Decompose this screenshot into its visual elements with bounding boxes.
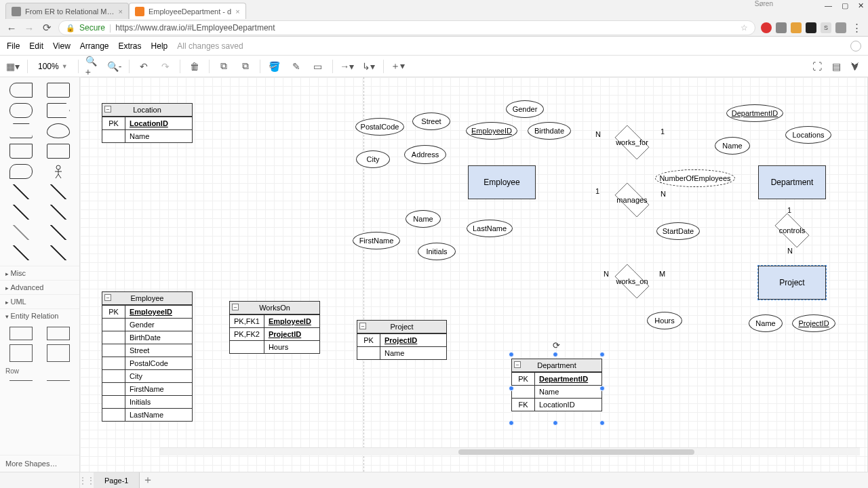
waypoint-icon[interactable]: ↳▾ [361, 59, 376, 74]
profile-icon[interactable]: S [821, 22, 831, 33]
to-back-icon[interactable]: ⧉ [238, 59, 253, 74]
table-row[interactable]: Name [102, 130, 193, 143]
page-tab[interactable]: Page-1 [94, 472, 140, 488]
table-row[interactable]: PKProjectID [357, 334, 447, 347]
attr-employeeid[interactable]: EmployeeID [466, 122, 517, 140]
table-row[interactable]: PK,FK2ProjectID [230, 328, 320, 341]
horizontal-scrollbar[interactable] [160, 447, 860, 455]
table-row[interactable]: FirstName [102, 383, 193, 396]
attr-name-proj[interactable]: Name [749, 314, 783, 332]
zoom-out-icon[interactable]: 🔍- [107, 59, 122, 74]
entity-project[interactable]: Project [758, 266, 826, 300]
attr-num-employees[interactable]: NumberOfEmployees [655, 169, 735, 187]
palette-actor[interactable] [47, 164, 70, 179]
table-project[interactable]: –Project PKProjectIDName [357, 320, 447, 360]
canvas[interactable]: –Location PKLocationIDName –Employee PKE… [80, 77, 868, 472]
star-icon[interactable]: ☆ [741, 23, 748, 33]
palette-line[interactable] [9, 245, 33, 260]
forward-button[interactable]: → [23, 22, 35, 34]
menu-arrange[interactable]: Arrange [80, 41, 109, 51]
section-advanced[interactable]: Advanced [0, 280, 79, 294]
attr-name-dept[interactable]: Name [715, 137, 750, 155]
attr-departmentid[interactable]: DepartmentID [726, 104, 783, 122]
close-tab-icon[interactable]: × [118, 7, 122, 16]
shadow-icon[interactable]: ▭ [311, 59, 326, 74]
language-icon[interactable] [850, 41, 861, 52]
resize-handle[interactable] [509, 420, 514, 426]
attr-address[interactable]: Address [404, 145, 446, 164]
table-row[interactable]: City [102, 370, 193, 383]
scrollbar-thumb[interactable] [458, 449, 694, 455]
rel-works-for[interactable]: works_for [610, 130, 654, 155]
section-uml[interactable]: UML [0, 294, 79, 308]
palette-curve[interactable] [9, 184, 33, 199]
fullscreen-icon[interactable]: ⛶ [810, 59, 825, 74]
to-front-icon[interactable]: ⧉ [216, 59, 231, 74]
attr-hours[interactable]: Hours [647, 312, 682, 329]
menu-file[interactable]: File [7, 41, 20, 51]
table-row[interactable]: Name [357, 347, 447, 360]
insert-icon[interactable]: ＋▾ [391, 59, 406, 74]
table-row[interactable]: PKDepartmentID [512, 373, 602, 386]
er-row-shape[interactable] [47, 380, 70, 383]
entity-employee[interactable]: Employee [468, 165, 536, 199]
resize-handle[interactable] [599, 386, 605, 391]
menu-help[interactable]: Help [151, 41, 168, 51]
er-table-shape[interactable] [47, 344, 70, 362]
palette-line[interactable] [47, 245, 70, 260]
table-row[interactable]: PKLocationID [102, 117, 193, 130]
attr-gender[interactable]: Gender [506, 100, 544, 118]
collapse-icon[interactable]: – [104, 294, 111, 301]
resize-handle[interactable] [553, 352, 558, 357]
palette-shape[interactable] [9, 144, 33, 159]
browser-tab-0[interactable]: From ER to Relational M… × [5, 3, 129, 19]
section-er[interactable]: Entity Relation [0, 308, 79, 323]
collapse-icon[interactable]: – [359, 323, 366, 329]
ext-icon[interactable] [806, 22, 816, 33]
stroke-icon[interactable]: ✎ [289, 59, 304, 74]
view-dropdown[interactable]: ▦▾ [5, 59, 20, 74]
abp-icon[interactable] [761, 22, 772, 33]
palette-arrow[interactable] [9, 205, 33, 220]
rel-controls[interactable]: controls [770, 218, 814, 243]
palette-shape[interactable] [9, 103, 33, 118]
rotate-handle[interactable]: ⟳ [553, 340, 560, 350]
attr-street[interactable]: Street [412, 113, 450, 130]
palette-shape[interactable] [9, 123, 33, 138]
fill-icon[interactable]: 🪣 [267, 59, 282, 74]
browser-tab-1[interactable]: EmployeeDepartment - d × [129, 3, 246, 19]
page-tab-drag-icon[interactable]: ⋮⋮ [80, 476, 94, 485]
ext-icon[interactable] [776, 22, 787, 33]
redo-icon[interactable]: ↷ [158, 59, 173, 74]
table-workson[interactable]: –WorksOn PK,FK1EmployeeIDPK,FK2ProjectID… [229, 301, 320, 354]
palette-shape[interactable] [47, 83, 70, 98]
resize-handle[interactable] [599, 352, 605, 357]
table-row[interactable]: FKLocationID [512, 399, 602, 411]
attr-name-emp[interactable]: Name [406, 210, 441, 228]
table-row[interactable]: PK,FK1EmployeeID [230, 315, 320, 328]
table-row[interactable]: LastName [102, 409, 193, 422]
menu-edit[interactable]: Edit [29, 41, 43, 51]
er-table-shape[interactable] [47, 327, 70, 340]
table-department[interactable]: –Department PKDepartmentIDNameFKLocation… [511, 359, 602, 411]
close-window-button[interactable]: ✕ [858, 1, 864, 10]
attr-projectid[interactable]: ProjectID [792, 314, 835, 332]
reload-button[interactable]: ⟳ [41, 22, 53, 34]
palette-shape[interactable] [47, 103, 70, 118]
ext-icon[interactable] [791, 22, 802, 33]
table-row[interactable]: Gender [102, 319, 193, 331]
table-employee[interactable]: –Employee PKEmployeeIDGenderBirthDateStr… [102, 291, 193, 422]
palette-shape[interactable] [47, 123, 70, 138]
attr-firstname[interactable]: FirstName [353, 232, 400, 249]
zoom-in-icon[interactable]: 🔍+ [85, 59, 100, 74]
connection-icon[interactable]: →▾ [340, 59, 355, 74]
table-row[interactable]: Name [512, 386, 602, 399]
palette-shape[interactable] [9, 164, 33, 179]
attr-birthdate[interactable]: Birthdate [528, 122, 571, 140]
attr-locations[interactable]: Locations [785, 126, 831, 144]
resize-handle[interactable] [599, 420, 605, 426]
delete-icon[interactable]: 🗑 [187, 59, 202, 74]
add-page-button[interactable]: ＋ [140, 473, 156, 487]
format-panel-icon[interactable]: ▤ [829, 59, 844, 74]
collapse-icon[interactable]: – [232, 304, 239, 310]
